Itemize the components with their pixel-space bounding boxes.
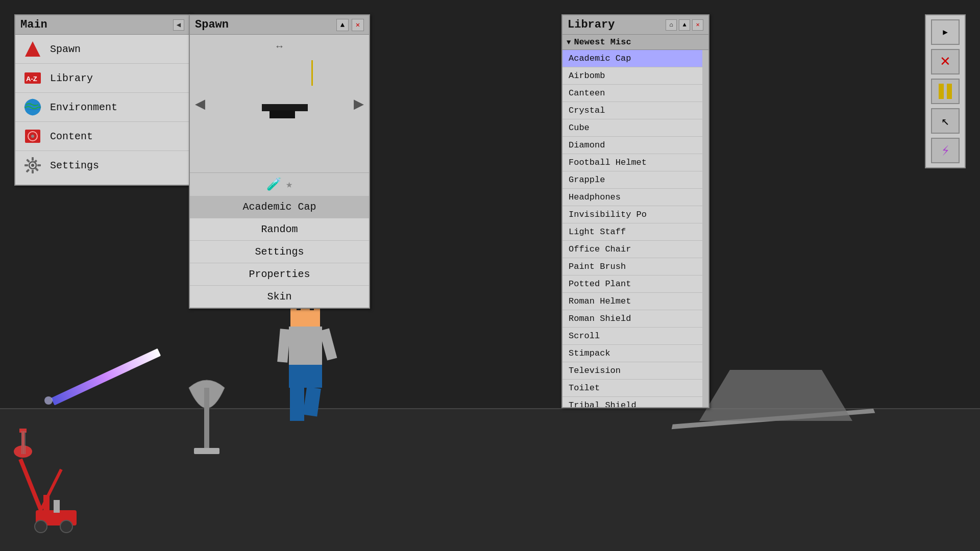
spawn-menu-academic-cap[interactable]: Academic Cap bbox=[190, 196, 369, 218]
close-icon: ✕ bbox=[940, 54, 950, 70]
spawn-icon bbox=[22, 39, 43, 59]
library-home-button[interactable]: ⌂ bbox=[666, 19, 677, 31]
library-item-toilet[interactable]: Toilet bbox=[562, 380, 708, 397]
spawn-menu-random[interactable]: Random bbox=[190, 218, 369, 241]
library-item-diamond[interactable]: Diamond bbox=[562, 137, 708, 154]
library-scrollbar[interactable] bbox=[702, 50, 708, 407]
pause-icon bbox=[939, 84, 952, 99]
library-list: Academic CapAirbombCanteenCrystalCubeDia… bbox=[562, 50, 708, 407]
library-item-academic-cap[interactable]: Academic Cap bbox=[562, 50, 708, 67]
library-item-grapple[interactable]: Grapple bbox=[562, 171, 708, 189]
svg-point-25 bbox=[31, 135, 34, 138]
spawn-panel-title: Spawn bbox=[195, 18, 229, 31]
spawn-menu-settings[interactable]: Settings bbox=[190, 241, 369, 263]
sidebar-item-content[interactable]: Content bbox=[15, 122, 189, 151]
spawn-preview-area: ↔ ◀ ▶ bbox=[190, 35, 369, 172]
spawn-icons-row: 🧪 ★ bbox=[190, 172, 369, 196]
library-minimize-button[interactable]: ▲ bbox=[679, 19, 690, 31]
library-item-tribal-shield[interactable]: Tribal Shield bbox=[562, 397, 708, 407]
star-icon: ★ bbox=[286, 178, 292, 191]
toolbar-panel-toggle[interactable]: ▶ bbox=[931, 19, 960, 45]
spawn-next-button[interactable]: ▶ bbox=[354, 96, 364, 112]
library-item-roman-helmet[interactable]: Roman Helmet bbox=[562, 293, 708, 310]
svg-marker-17 bbox=[25, 41, 40, 57]
sidebar-item-label-settings: Settings bbox=[50, 160, 99, 171]
svg-rect-30 bbox=[24, 164, 28, 166]
cursor-icon: ↖ bbox=[941, 113, 949, 129]
svg-rect-34 bbox=[26, 169, 30, 173]
main-title-bar: Main ◀ bbox=[15, 15, 189, 35]
main-panel: Main ◀ Spawn A-Z Library bbox=[14, 14, 190, 186]
library-list-wrapper: Academic CapAirbombCanteenCrystalCubeDia… bbox=[562, 50, 708, 407]
toolbar-pause-button[interactable] bbox=[931, 79, 960, 104]
spawn-close-button[interactable]: ✕ bbox=[352, 19, 364, 31]
svg-text:A-Z: A-Z bbox=[26, 75, 37, 83]
sidebar-item-settings[interactable]: Settings bbox=[15, 151, 189, 180]
library-item-potted-plant[interactable]: Potted Plant bbox=[562, 276, 708, 293]
spawn-prev-button[interactable]: ◀ bbox=[195, 96, 205, 112]
toolbar-lightning-button[interactable]: ⚡ bbox=[931, 138, 960, 163]
ground bbox=[0, 408, 980, 551]
library-item-canteen[interactable]: Canteen bbox=[562, 85, 708, 102]
right-toolbar: ▶ ✕ ↖ ⚡ bbox=[925, 14, 966, 168]
ramp2 bbox=[699, 370, 852, 421]
content-icon bbox=[22, 126, 43, 146]
flask-icon: 🧪 bbox=[266, 177, 282, 192]
spawn-title-buttons: ▲ ✕ bbox=[336, 19, 364, 31]
library-panel: Library ⌂ ▲ ✕ ▼ Newest Misc Academic Cap… bbox=[561, 14, 709, 408]
spawn-menu-properties[interactable]: Properties bbox=[190, 263, 369, 286]
toolbar-close-button[interactable]: ✕ bbox=[931, 49, 960, 74]
library-item-light-staff[interactable]: Light Staff bbox=[562, 223, 708, 241]
library-close-button[interactable]: ✕ bbox=[692, 19, 703, 31]
svg-rect-35 bbox=[33, 160, 37, 164]
sidebar-item-library[interactable]: A-Z Library bbox=[15, 64, 189, 93]
svg-rect-28 bbox=[32, 157, 34, 161]
library-item-office-chair[interactable]: Office Chair bbox=[562, 241, 708, 258]
spawn-resize-arrows: ↔ bbox=[276, 41, 282, 53]
sidebar-item-label-environment: Environment bbox=[50, 102, 117, 113]
library-title-bar: Library ⌂ ▲ ✕ bbox=[562, 15, 708, 35]
library-item-scroll[interactable]: Scroll bbox=[562, 328, 708, 345]
lightning-icon: ⚡ bbox=[940, 141, 951, 160]
main-panel-title: Main bbox=[20, 18, 47, 31]
library-category-header[interactable]: ▼ Newest Misc bbox=[562, 35, 708, 50]
settings-icon bbox=[22, 155, 43, 176]
svg-rect-31 bbox=[37, 164, 41, 166]
spawn-menu-skin[interactable]: Skin bbox=[190, 286, 369, 308]
toolbar-cursor-button[interactable]: ↖ bbox=[931, 108, 960, 134]
library-item-stimpack[interactable]: Stimpack bbox=[562, 345, 708, 362]
svg-rect-13 bbox=[51, 348, 161, 406]
environment-icon bbox=[22, 97, 43, 117]
item-preview bbox=[257, 104, 303, 118]
library-item-crystal[interactable]: Crystal bbox=[562, 102, 708, 119]
svg-point-27 bbox=[31, 164, 34, 167]
svg-point-14 bbox=[44, 396, 53, 405]
library-item-headphones[interactable]: Headphones bbox=[562, 189, 708, 206]
library-icon: A-Z bbox=[22, 68, 43, 88]
svg-rect-32 bbox=[26, 159, 30, 163]
library-category-label: Newest Misc bbox=[574, 37, 631, 47]
spawn-panel: Spawn ▲ ✕ ↔ ◀ ▶ 🧪 ★ Academic Cap Random … bbox=[189, 14, 370, 309]
library-panel-title: Library bbox=[568, 18, 615, 31]
main-collapse-button[interactable]: ◀ bbox=[173, 19, 184, 31]
sidebar-item-label-library: Library bbox=[50, 72, 93, 84]
spawn-minimize-button[interactable]: ▲ bbox=[336, 19, 349, 31]
sidebar-item-spawn[interactable]: Spawn bbox=[15, 35, 189, 64]
sidebar-item-environment[interactable]: Environment bbox=[15, 93, 189, 122]
library-item-roman-shield[interactable]: Roman Shield bbox=[562, 310, 708, 328]
category-arrow-icon: ▼ bbox=[567, 38, 571, 46]
library-item-football-helmet[interactable]: Football Helmet bbox=[562, 154, 708, 171]
library-item-airbomb[interactable]: Airbomb bbox=[562, 67, 708, 85]
spawn-title-bar: Spawn ▲ ✕ bbox=[190, 15, 369, 35]
library-item-paint-brush[interactable]: Paint Brush bbox=[562, 258, 708, 276]
library-item-cube[interactable]: Cube bbox=[562, 119, 708, 137]
library-title-buttons: ⌂ ▲ ✕ bbox=[666, 19, 703, 31]
sidebar-item-label-content: Content bbox=[50, 131, 93, 142]
sidebar-item-label-spawn: Spawn bbox=[50, 43, 81, 55]
library-item-invisibility-po[interactable]: Invisibility Po bbox=[562, 206, 708, 223]
library-item-television[interactable]: Television bbox=[562, 362, 708, 380]
svg-rect-29 bbox=[32, 170, 34, 173]
